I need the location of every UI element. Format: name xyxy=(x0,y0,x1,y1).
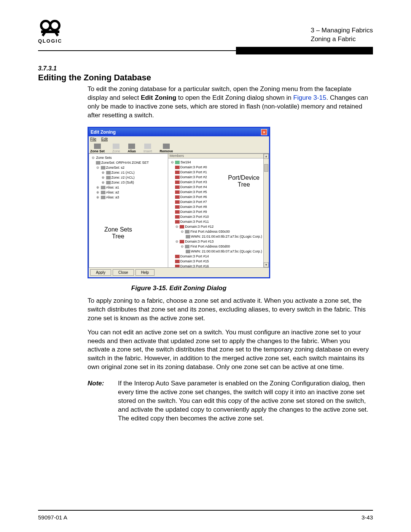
callout-port-device-tree: Port/Device Tree xyxy=(228,174,260,189)
scroll-thumb[interactable] xyxy=(264,164,268,172)
menu-edit[interactable]: Edit xyxy=(101,137,108,141)
close-button[interactable]: Close xyxy=(113,269,134,276)
members-header: Members xyxy=(168,154,263,158)
dialog-toolbar: Zone Set Zone Alias Insert Remove xyxy=(89,142,269,153)
figure-link[interactable]: Figure 3-15 xyxy=(293,94,327,101)
toolbar-insert: Insert xyxy=(143,144,152,153)
help-button[interactable]: Help xyxy=(135,269,155,276)
section-number: 3.7.3.1 xyxy=(38,65,373,72)
figure-edit-zoning-dialog: Edit Zoning × File Edit Zone Set Zone Al… xyxy=(88,127,270,278)
dialog-button-row: Apply Close Help xyxy=(89,268,269,277)
svg-point-0 xyxy=(41,21,50,30)
footer-rule xyxy=(38,510,373,511)
note-body: If the Interop Auto Save parameter is en… xyxy=(118,379,373,423)
apply-button[interactable]: Apply xyxy=(90,269,111,276)
figure-caption: Figure 3-15. Edit Zoning Dialog xyxy=(88,284,270,292)
toolbar-zone-set[interactable]: Zone Set xyxy=(90,144,105,153)
scrollbar[interactable]: ▲ ▼ xyxy=(263,154,269,267)
header-rule xyxy=(38,47,373,54)
dialog-menubar: File Edit xyxy=(89,136,269,142)
paragraph-2: To apply zoning to a fabric, choose a zo… xyxy=(88,297,373,323)
header-breadcrumb: 3 – Managing Fabrics Zoning a Fabric xyxy=(311,26,373,44)
note-block: Note: If the Interop Auto Save parameter… xyxy=(88,379,373,423)
logo: QLOGIC xyxy=(38,19,62,44)
header-section: Zoning a Fabric xyxy=(311,35,373,44)
close-icon[interactable]: × xyxy=(261,129,267,135)
toolbar-remove[interactable]: Remove xyxy=(160,144,173,153)
toolbar-alias[interactable]: Alias xyxy=(128,144,136,153)
toolbar-zone: Zone xyxy=(112,144,120,153)
scroll-up-icon[interactable]: ▲ xyxy=(264,154,269,159)
note-label: Note: xyxy=(88,379,118,423)
port-device-tree-pane[interactable]: Members ⊖ Sw194 Domain:3 Port #0 Domain:… xyxy=(168,154,269,267)
footer-doc-id: 59097-01 A xyxy=(38,514,67,521)
callout-zone-sets-tree: Zone Sets Tree xyxy=(104,226,132,240)
scroll-down-icon[interactable]: ▼ xyxy=(264,262,269,267)
dialog-titlebar[interactable]: Edit Zoning × xyxy=(89,128,269,136)
svg-point-1 xyxy=(50,21,59,30)
page-footer: 59097-01 A 3-43 xyxy=(38,514,373,521)
logo-text: QLOGIC xyxy=(38,38,62,44)
zone-sets-tree-pane[interactable]: ⊖ Zone Sets ZoneSet: ORPHAN ZONE SET ⊖ Z… xyxy=(89,154,168,267)
paragraph-3: You can not edit an active zone set on a… xyxy=(88,328,373,372)
section-title: Editing the Zoning Database xyxy=(38,73,373,83)
footer-page-number: 3-43 xyxy=(362,514,373,521)
dialog-title: Edit Zoning xyxy=(91,129,116,135)
paragraph-1: To edit the zoning database for a partic… xyxy=(88,85,373,120)
qlogic-logo-icon xyxy=(39,19,62,37)
menu-file[interactable]: File xyxy=(90,137,96,141)
header-chapter: 3 – Managing Fabrics xyxy=(311,26,373,35)
